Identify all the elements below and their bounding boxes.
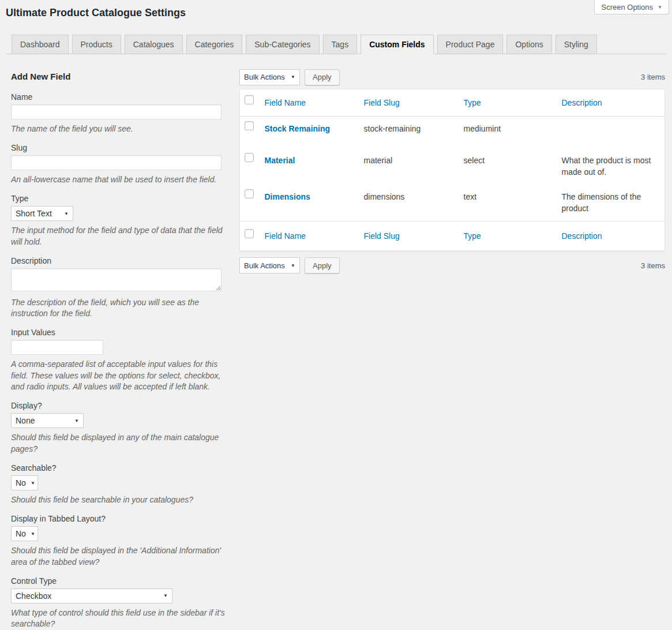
tab-sub-categories[interactable]: Sub-Categories (246, 35, 319, 54)
apply-button-top[interactable]: Apply (305, 69, 340, 85)
searchable-select[interactable]: No ▼ (11, 475, 38, 490)
display-field-group: Display? None ▼ Should this field be dis… (11, 401, 231, 455)
sort-type-link[interactable]: Type (464, 231, 481, 241)
tab-tags[interactable]: Tags (323, 35, 358, 54)
cell-field-name: Material (259, 148, 358, 185)
sort-description-link[interactable]: Description (562, 231, 602, 241)
tabbed-layout-field-group: Display in Tabbed Layout? No ▼ Should th… (11, 514, 231, 568)
name-label: Name (11, 92, 231, 102)
tabbed-layout-help: Should this field be displayed in the 'A… (11, 545, 231, 568)
cell-type: select (458, 148, 556, 185)
chevron-down-icon: ▼ (31, 531, 35, 537)
add-new-field-form: Add New Field Name The name of the field… (11, 69, 239, 630)
select-all-checkbox[interactable] (245, 95, 254, 104)
cell-type: mediumint (458, 116, 556, 148)
select-all-checkbox[interactable] (245, 229, 254, 238)
cell-field-name: Dimensions (259, 185, 358, 222)
control-type-select[interactable]: Checkbox ▼ (11, 588, 172, 603)
tab-products[interactable]: Products (72, 35, 121, 54)
display-label: Display? (11, 401, 231, 410)
form-heading: Add New Field (11, 72, 231, 81)
items-count-top: 3 items (641, 73, 665, 81)
name-help: The name of the field you will see. (11, 123, 231, 134)
table-row: Material material select What the produc… (240, 148, 665, 185)
tabbed-layout-select[interactable]: No ▼ (11, 526, 38, 541)
table-row: Stock Remaining stock-remaining mediumin… (240, 116, 665, 148)
description-label: Description (11, 256, 231, 265)
slug-help: An all-lowercase name that will be used … (11, 174, 231, 185)
tab-categories[interactable]: Categories (186, 35, 243, 54)
column-header-type: Type (458, 222, 556, 251)
items-count-bottom: 3 items (641, 261, 665, 270)
page-title: Ultimate Product Catalogue Settings (6, 7, 672, 20)
cell-description (556, 116, 665, 148)
input-values-field-group: Input Values A comma-separated list of a… (11, 328, 231, 392)
cell-description: What the product is most made out of. (556, 148, 665, 185)
bulk-actions-select-bottom[interactable]: Bulk Actions ▼ (239, 257, 300, 273)
column-header-field-name: Field Name (259, 89, 358, 116)
cell-description: The dimensions of the product (556, 185, 665, 222)
tabbed-layout-select-value: No (16, 529, 26, 538)
column-header-field-slug: Field Slug (358, 222, 458, 251)
searchable-select-value: No (16, 478, 26, 487)
input-values-help: A comma-separated list of acceptable inp… (11, 359, 231, 392)
slug-label: Slug (11, 143, 231, 152)
sort-field-slug-link[interactable]: Field Slug (364, 98, 400, 107)
apply-button-bottom[interactable]: Apply (305, 257, 340, 273)
control-type-help: What type of control should this field u… (11, 608, 231, 630)
row-checkbox[interactable] (245, 121, 254, 130)
column-header-type: Type (458, 89, 556, 116)
type-select[interactable]: Short Text ▼ (11, 206, 73, 221)
tab-styling[interactable]: Styling (555, 35, 597, 54)
tab-custom-fields[interactable]: Custom Fields (361, 35, 433, 54)
description-help: The description of the field, which you … (11, 297, 231, 320)
field-link[interactable]: Material (265, 156, 295, 165)
tabbed-layout-label: Display in Tabbed Layout? (11, 514, 231, 523)
sort-field-slug-link[interactable]: Field Slug (364, 231, 400, 241)
description-field-group: Description The description of the field… (11, 256, 231, 320)
display-select[interactable]: None ▼ (11, 413, 84, 428)
custom-fields-table: Field Name Field Slug Type Description S… (239, 89, 665, 252)
chevron-down-icon: ▼ (291, 74, 295, 80)
chevron-down-icon: ▼ (74, 418, 79, 423)
name-input[interactable] (11, 104, 222, 119)
display-help: Should this field be displayed in any of… (11, 432, 231, 455)
input-values-input[interactable] (11, 340, 103, 355)
sort-field-name-link[interactable]: Field Name (265, 231, 306, 241)
row-checkbox[interactable] (245, 189, 254, 198)
bulk-actions-value: Bulk Actions (244, 73, 285, 81)
table-header: Field Name Field Slug Type Description (240, 89, 665, 116)
bulk-actions-value: Bulk Actions (244, 261, 285, 270)
field-link[interactable]: Stock Remaining (265, 124, 331, 133)
type-select-value: Short Text (16, 209, 52, 218)
column-header-description: Description (556, 89, 665, 116)
slug-field-group: Slug An all-lowercase name that will be … (11, 143, 231, 185)
tab-catalogues[interactable]: Catalogues (125, 35, 183, 54)
searchable-field-group: Searchable? No ▼ Should this field be se… (11, 463, 231, 505)
sort-description-link[interactable]: Description (562, 98, 602, 107)
tab-bar: Dashboard Products Catalogues Categories… (6, 35, 666, 54)
table-footer: Field Name Field Slug Type Description (240, 222, 665, 251)
column-header-field-slug: Field Slug (358, 89, 458, 116)
sort-type-link[interactable]: Type (464, 98, 481, 107)
chevron-down-icon: ▼ (31, 481, 35, 486)
description-textarea[interactable] (11, 268, 222, 291)
screen-options-button[interactable]: Screen Options ▼ (594, 0, 669, 14)
chevron-down-icon: ▼ (163, 593, 168, 598)
screen-options-label: Screen Options (601, 3, 653, 12)
bulk-actions-select-top[interactable]: Bulk Actions ▼ (239, 69, 300, 85)
custom-fields-panel: Add New Field Name The name of the field… (0, 69, 672, 630)
name-field-group: Name The name of the field you will see. (11, 92, 231, 134)
row-checkbox[interactable] (245, 153, 254, 162)
tab-options[interactable]: Options (506, 35, 551, 54)
cell-field-slug: dimensions (358, 185, 458, 222)
tab-product-page[interactable]: Product Page (437, 35, 504, 54)
table-toolbar-bottom: Bulk Actions ▼ Apply 3 items (239, 257, 665, 273)
sort-field-name-link[interactable]: Field Name (265, 98, 306, 107)
tab-dashboard[interactable]: Dashboard (12, 35, 69, 54)
chevron-down-icon: ▼ (291, 263, 295, 268)
searchable-help: Should this field be searchable in your … (11, 494, 231, 505)
field-link[interactable]: Dimensions (265, 192, 310, 201)
slug-input[interactable] (11, 155, 222, 170)
cell-field-slug: material (358, 148, 458, 185)
